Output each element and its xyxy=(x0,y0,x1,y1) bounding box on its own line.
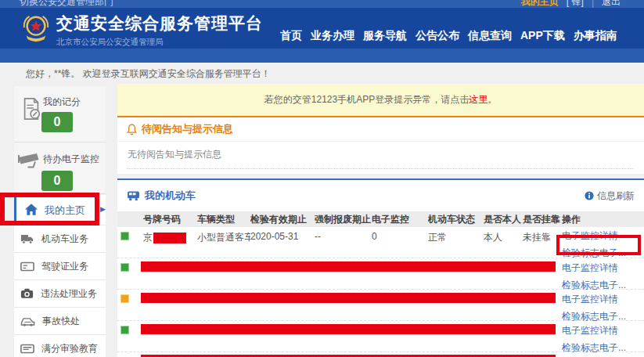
police-badge-logo xyxy=(21,14,51,44)
table-row: 电子监控详情 检验标志电子... xyxy=(117,258,644,290)
topbar-divider: | xyxy=(592,0,594,8)
empty-notices-text: 无待阅告知与提示信息 xyxy=(117,142,644,161)
my-vehicles-section: 我的机动车 信息刷新 号牌号码 车辆类型 检验有效期止 强制报废期止 电子监控 … xyxy=(117,178,644,357)
section-title: 我的机动车 xyxy=(145,189,196,203)
sidebar-item-label: 违法处理业务 xyxy=(41,287,97,301)
switch-department-link[interactable]: 切换公安交通管理部门 xyxy=(20,0,113,8)
col-inspection-until: 检验有效期止 xyxy=(250,211,315,227)
sidebar-item-license-services[interactable]: 驾驶证业务 xyxy=(14,253,106,280)
vehicle-type-cell: 小型普通客车 xyxy=(197,227,250,261)
home-icon xyxy=(25,204,38,215)
bell-icon xyxy=(127,124,137,135)
status-indicator xyxy=(121,232,129,240)
sidebar-item-my-homepage[interactable]: 我的主页 xyxy=(14,195,106,225)
nav-announcements[interactable]: 公告公布 xyxy=(416,29,459,43)
redaction-bar xyxy=(141,293,556,303)
alert-here-link[interactable]: 这里 xyxy=(469,94,487,105)
logout-link[interactable]: 退出 xyxy=(602,0,621,8)
status-indicator xyxy=(121,294,129,303)
header-sub-strip xyxy=(0,49,644,63)
is-owner-cell: 本人 xyxy=(484,227,523,261)
info-icon xyxy=(585,191,594,200)
col-is-owner: 是否本人 xyxy=(484,211,523,227)
site-subtitle: 北京市公安局公安交通管理局 xyxy=(56,37,263,48)
monitor-details-link[interactable]: 电子监控详情 xyxy=(562,290,626,308)
sidebar-item-label: 驾驶证业务 xyxy=(41,260,88,273)
refresh-label: 信息刷新 xyxy=(597,189,635,203)
col-surveillance: 电子监控 xyxy=(372,211,428,227)
main-nav: 首页 业务办理 服务导航 公告公布 信息查询 APP下载 办事指南 xyxy=(280,29,617,43)
vehicles-table-header: 号牌号码 车辆类型 检验有效期止 强制报废期止 电子监控 机动车状态 是否本人 … xyxy=(117,211,644,227)
sidebar-item-vehicle-services[interactable]: 机动车业务 xyxy=(14,225,106,253)
score-label: 我的记分 xyxy=(43,96,81,109)
alert-text-suffix: 。 xyxy=(487,94,497,105)
score-value-badge: 0 xyxy=(41,112,73,132)
sidebar-item-label: 我的主页 xyxy=(45,204,85,218)
certificate-icon xyxy=(20,344,34,354)
sidebar-item-label: 事故快处 xyxy=(42,315,80,328)
nav-business[interactable]: 业务办理 xyxy=(311,29,354,43)
score-document-icon xyxy=(20,96,42,121)
table-row: 电子监控详情 检验标志电子... xyxy=(117,290,644,321)
redaction-bar xyxy=(141,261,556,272)
status-indicator xyxy=(121,263,129,272)
sidebar-item-full-score-education[interactable]: 满分审验教育 xyxy=(14,335,106,357)
table-row: 电子监控详情 检验标志电子... xyxy=(117,321,644,352)
sidebar-item-label: 满分审验教育 xyxy=(41,342,98,355)
plate-cell: 京 xyxy=(143,227,197,261)
topbar-username: [ 锋] xyxy=(567,0,584,8)
scrap-until-cell: -- xyxy=(315,227,372,261)
sidebar-item-label: 机动车业务 xyxy=(41,233,88,246)
col-vehicle-status: 机动车状态 xyxy=(428,211,484,227)
nav-service-guide[interactable]: 服务导航 xyxy=(363,29,407,43)
col-scrap-until: 强制报废期止 xyxy=(315,211,372,227)
redaction-bar xyxy=(153,233,186,243)
sidebar-monitor-panel[interactable]: 待办电子监控 0 xyxy=(14,142,106,194)
bus-icon xyxy=(127,190,140,201)
monitor-details-link[interactable]: 电子监控详情 xyxy=(562,259,626,276)
status-cell: 正常 xyxy=(428,227,484,261)
table-row xyxy=(117,352,644,357)
surveillance-cell: 0 xyxy=(372,227,428,261)
traffic-platform-page: 切换公安交通管理部门 我的主页 [ 锋] | 退出 交通安全综合服务管理平台 北… xyxy=(0,0,644,357)
nav-home[interactable]: 首页 xyxy=(280,29,302,43)
welcome-greeting: 您好，**锋。 欢迎登录互联网交通安全综合服务管理平台！ xyxy=(26,67,271,81)
sidebar-score-panel[interactable]: 我的记分 0 xyxy=(14,86,106,142)
monitor-label: 待办电子监控 xyxy=(43,153,99,166)
dotted-divider xyxy=(128,168,634,169)
col-vehicle-type: 车辆类型 xyxy=(197,211,250,227)
sidebar-menu: 机动车业务 驾驶证业务 违法处理业务 事故快处 xyxy=(14,225,106,357)
camera-icon xyxy=(20,288,34,299)
nav-help-guide[interactable]: 办事指南 xyxy=(574,29,617,43)
sidebar-item-accident-quick-handle[interactable]: 事故快处 xyxy=(14,308,106,335)
id-card-icon xyxy=(20,261,34,272)
alert-text: 若您的交管12123手机APP登录提示异常，请点击 xyxy=(264,94,469,105)
col-plate-number: 号牌号码 xyxy=(143,211,197,227)
app-login-alert: 若您的交管12123手机APP登录提示异常，请点击这里。 xyxy=(117,84,644,115)
site-header: 交通安全综合服务管理平台 北京市公安局公安交通管理局 首页 业务办理 服务导航 … xyxy=(0,8,644,49)
nav-app-download[interactable]: APP下载 xyxy=(520,29,565,43)
col-is-affiliated: 是否挂靠 xyxy=(523,211,562,227)
chevron-right-icon: ▶ xyxy=(100,205,106,213)
site-title: 交通安全综合服务管理平台 xyxy=(56,13,263,34)
refresh-info-button[interactable]: 信息刷新 xyxy=(585,189,635,203)
col-actions: 操作 xyxy=(562,211,644,227)
monitor-details-link[interactable]: 电子监控详情 xyxy=(562,322,626,339)
pending-notices-section: 待阅告知与提示信息 无待阅告知与提示信息 xyxy=(117,116,644,174)
redaction-bar xyxy=(141,324,556,334)
status-indicator xyxy=(121,326,129,334)
monitor-details-link[interactable]: 电子监控详情 xyxy=(562,227,644,244)
car-icon xyxy=(20,316,35,326)
sidebar-item-violation-services[interactable]: 违法处理业务 xyxy=(14,280,106,308)
nav-info-query[interactable]: 信息查询 xyxy=(468,29,512,43)
monitor-value-badge: 0 xyxy=(41,171,73,191)
truck-icon xyxy=(20,233,34,244)
section-title: 待阅告知与提示信息 xyxy=(142,117,233,141)
cctv-camera-icon xyxy=(16,152,42,172)
inspection-until-cell: 2020-05-31 xyxy=(250,227,315,261)
top-utility-bar: 切换公安交通管理部门 我的主页 [ 锋] | 退出 xyxy=(0,0,644,8)
is-affiliated-cell: 未挂靠 xyxy=(523,227,562,261)
topbar-my-home-link[interactable]: 我的主页 xyxy=(521,0,559,8)
table-row: 京 小型普通客车 2020-05-31 -- 0 正常 本人 未挂靠 电子监控详… xyxy=(117,227,644,258)
